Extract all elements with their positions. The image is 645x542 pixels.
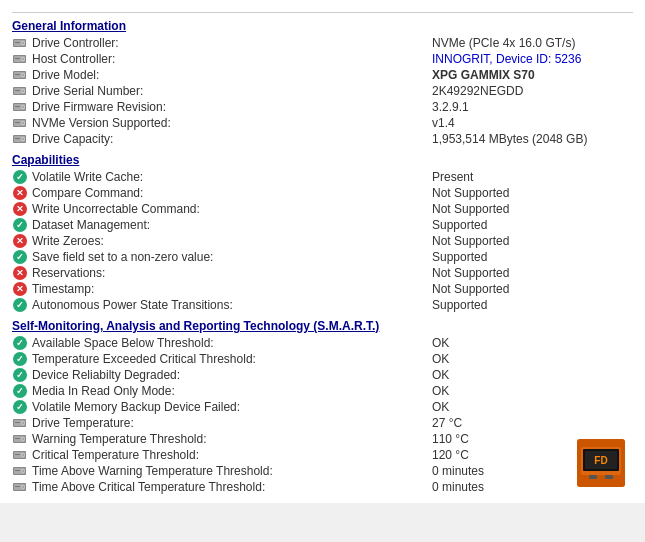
main-container: General Information Drive Controller:NVM… <box>0 0 645 503</box>
row-label: Volatile Memory Backup Device Failed: <box>32 400 240 414</box>
drive-icon <box>12 432 28 446</box>
row-value: v1.4 <box>432 116 633 130</box>
row-label: Write Zeroes: <box>32 234 104 248</box>
table-row: ✓Temperature Exceeded Critical Threshold… <box>12 351 633 367</box>
cross-icon: ✕ <box>12 234 28 248</box>
row-value: INNOGRIT, Device ID: 5236 <box>432 52 633 66</box>
svg-rect-39 <box>15 422 20 423</box>
row-value: Supported <box>432 218 633 232</box>
row-value: 1,953,514 MBytes (2048 GB) <box>432 132 633 146</box>
row-label: Warning Temperature Threshold: <box>32 432 207 446</box>
row-value: Present <box>432 170 633 184</box>
row-label: Device Reliabilty Degraded: <box>32 368 180 382</box>
row-label: Timestamp: <box>32 282 94 296</box>
check-icon: ✓ <box>12 400 28 414</box>
row-label: Volatile Write Cache: <box>32 170 143 184</box>
row-label: Drive Model: <box>32 68 99 82</box>
table-row: Drive Serial Number:2K49292NEGDD <box>12 83 633 99</box>
row-label: Critical Temperature Threshold: <box>32 448 199 462</box>
table-row: Drive Temperature:27 °C <box>12 415 633 431</box>
table-row: Drive Model:XPG GAMMIX S70 <box>12 67 633 83</box>
table-row: Critical Temperature Threshold:120 °C <box>12 447 633 463</box>
svg-rect-59 <box>15 486 20 487</box>
sections-container: General Information Drive Controller:NVM… <box>12 19 633 495</box>
drive-icon <box>12 116 28 130</box>
section-title-0: General Information <box>12 19 633 33</box>
table-row: ✓Volatile Memory Backup Device Failed:OK <box>12 399 633 415</box>
svg-point-38 <box>22 422 24 424</box>
drive-icon <box>12 132 28 146</box>
row-label: Write Uncorrectable Command: <box>32 202 200 216</box>
row-value: OK <box>432 352 633 366</box>
svg-rect-54 <box>15 470 20 471</box>
svg-point-48 <box>22 454 24 456</box>
svg-point-58 <box>22 486 24 488</box>
svg-rect-44 <box>15 438 20 439</box>
row-label: Temperature Exceeded Critical Threshold: <box>32 352 256 366</box>
table-row: ✓Autonomous Power State Transitions:Supp… <box>12 297 633 313</box>
svg-rect-14 <box>15 74 20 75</box>
row-label: Drive Controller: <box>32 36 119 50</box>
table-row: ✓Available Space Below Threshold:OK <box>12 335 633 351</box>
drive-icon <box>12 36 28 50</box>
table-row: ✓Media In Read Only Mode:OK <box>12 383 633 399</box>
drive-icon <box>12 448 28 462</box>
drive-icon <box>12 100 28 114</box>
table-row: ✕Write Uncorrectable Command:Not Support… <box>12 201 633 217</box>
row-value: OK <box>432 400 633 414</box>
svg-rect-65 <box>589 475 597 479</box>
table-row: NVMe Version Supported:v1.4 <box>12 115 633 131</box>
svg-rect-24 <box>15 106 20 107</box>
cross-icon: ✕ <box>12 202 28 216</box>
row-value: Not Supported <box>432 266 633 280</box>
table-row: ✕Write Zeroes:Not Supported <box>12 233 633 249</box>
table-row: ✓Dataset Management:Supported <box>12 217 633 233</box>
row-label: Drive Serial Number: <box>32 84 143 98</box>
drive-icon <box>12 464 28 478</box>
cross-icon: ✕ <box>12 282 28 296</box>
svg-rect-29 <box>15 122 20 123</box>
row-value: Not Supported <box>432 186 633 200</box>
table-row: ✕Reservations:Not Supported <box>12 265 633 281</box>
svg-point-28 <box>22 122 24 124</box>
row-value: Supported <box>432 298 633 312</box>
row-label: Drive Firmware Revision: <box>32 100 166 114</box>
svg-point-33 <box>22 138 24 140</box>
row-label: Reservations: <box>32 266 105 280</box>
row-value: OK <box>432 384 633 398</box>
row-label: Media In Read Only Mode: <box>32 384 175 398</box>
drive-icon <box>12 52 28 66</box>
table-row: Host Controller:INNOGRIT, Device ID: 523… <box>12 51 633 67</box>
section-title-2: Self-Monitoring, Analysis and Reporting … <box>12 319 633 333</box>
row-label: NVMe Version Supported: <box>32 116 171 130</box>
check-icon: ✓ <box>12 336 28 350</box>
row-value: OK <box>432 368 633 382</box>
cross-icon: ✕ <box>12 186 28 200</box>
row-value: Not Supported <box>432 234 633 248</box>
table-row: Time Above Critical Temperature Threshol… <box>12 479 633 495</box>
cross-icon: ✕ <box>12 266 28 280</box>
row-label: Drive Temperature: <box>32 416 134 430</box>
table-row: ✓Device Reliabilty Degraded:OK <box>12 367 633 383</box>
row-label: Save field set to a non-zero value: <box>32 250 213 264</box>
row-label: Dataset Management: <box>32 218 150 232</box>
svg-point-18 <box>22 90 24 92</box>
check-icon: ✓ <box>12 368 28 382</box>
row-label: Available Space Below Threshold: <box>32 336 214 350</box>
row-value: Not Supported <box>432 282 633 296</box>
table-row: ✕Compare Command:Not Supported <box>12 185 633 201</box>
row-value: 3.2.9.1 <box>432 100 633 114</box>
table-row: Warning Temperature Threshold:110 °C <box>12 431 633 447</box>
section-title-1: Capabilities <box>12 153 633 167</box>
check-icon: ✓ <box>12 384 28 398</box>
check-icon: ✓ <box>12 352 28 366</box>
svg-text:FD: FD <box>594 455 607 466</box>
row-value: XPG GAMMIX S70 <box>432 68 633 82</box>
row-label: Host Controller: <box>32 52 115 66</box>
logo: FD <box>577 439 625 487</box>
svg-point-8 <box>22 58 24 60</box>
row-value: Supported <box>432 250 633 264</box>
row-label: Autonomous Power State Transitions: <box>32 298 233 312</box>
table-row: ✓Save field set to a non-zero value:Supp… <box>12 249 633 265</box>
svg-point-53 <box>22 470 24 472</box>
